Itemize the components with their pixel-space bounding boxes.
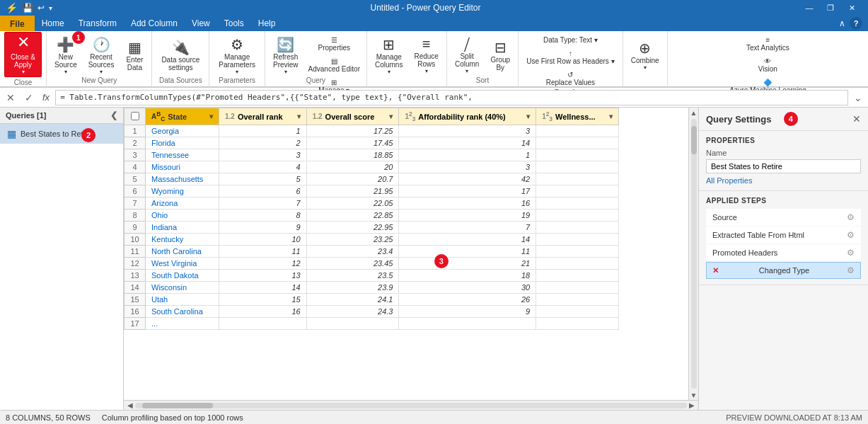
replace-values-button[interactable]: ↺ Replace Values <box>523 69 618 88</box>
recent-dropdown[interactable]: ▾ <box>100 69 103 75</box>
table-row[interactable]: 8Ohio822.8519 <box>125 210 619 222</box>
menu-help[interactable]: Help <box>251 16 283 31</box>
table-row[interactable]: 16South Carolina1624.39 <box>125 306 619 318</box>
table-row[interactable]: 12West Virginia1223.4521 <box>125 258 619 270</box>
refresh-dropdown[interactable]: ▾ <box>284 69 287 75</box>
step-changed-type[interactable]: ✕ Changed Type ⚙ <box>706 262 861 279</box>
group-by-button[interactable]: ⊟ GroupBy <box>485 34 515 76</box>
table-row[interactable]: 17... <box>125 318 619 330</box>
col-header-wellness[interactable]: 123 Wellness... ▾ <box>536 108 619 125</box>
scroll-track[interactable] <box>691 119 697 389</box>
col-filter-wellness[interactable]: ▾ <box>609 113 613 120</box>
table-row[interactable]: 14Wisconsin1423.930 <box>125 282 619 294</box>
data-type-button[interactable]: Data Type: Text ▾ <box>523 34 618 46</box>
table-row[interactable]: 6Wyoming621.9517 <box>125 185 619 197</box>
col-header-affordability[interactable]: 123 Affordability rank (40%) ▾ <box>399 108 536 125</box>
col-header-overall-score[interactable]: 1.2 Overall score ▾ <box>306 108 399 125</box>
close-apply-button[interactable]: ✕ Close & Apply ▾ <box>4 32 42 77</box>
menu-view[interactable]: View <box>185 16 217 31</box>
maximize-button[interactable]: ❐ <box>820 0 841 16</box>
title-bar-controls: — ❐ ✕ <box>799 0 862 16</box>
col-filter-afford[interactable]: ▾ <box>526 113 530 120</box>
ribbon-collapse-icon[interactable]: ∧ <box>839 18 845 28</box>
manage-parameters-button[interactable]: ⚙ ManageParameters ▾ <box>214 34 260 76</box>
text-analytics-button[interactable]: ≡ Text Analytics <box>672 34 864 54</box>
close-dropdown[interactable]: ▾ <box>22 69 25 75</box>
table-row[interactable]: 2Florida217.4514 <box>125 137 619 149</box>
scroll-right-button[interactable]: ▶ <box>687 401 697 411</box>
step-settings-promoted[interactable]: ⚙ <box>847 248 855 258</box>
help-icon[interactable]: ? <box>850 17 862 30</box>
step-extracted-table[interactable]: Extracted Table From Html ⚙ <box>706 227 861 243</box>
col-filter-state[interactable]: ▾ <box>209 113 213 120</box>
table-row[interactable]: 1Georgia117.253 <box>125 125 619 137</box>
scroll-down-button[interactable]: ▼ <box>689 390 699 400</box>
step-settings-changed-type[interactable]: ⚙ <box>847 265 855 275</box>
scroll-track-h[interactable] <box>135 403 687 408</box>
step-promoted-headers[interactable]: Promoted Headers ⚙ <box>706 244 861 261</box>
query-settings-close-button[interactable]: ✕ <box>852 113 861 125</box>
table-row[interactable]: 9Indiana922.957 <box>125 222 619 234</box>
manage-columns-button[interactable]: ⊞ ManageColumns ▾ <box>370 34 407 76</box>
cell-affordability: 7 <box>399 222 536 234</box>
menu-file[interactable]: File <box>0 16 35 31</box>
queries-collapse-button[interactable]: ❮ <box>110 110 117 120</box>
formula-confirm-button[interactable]: ✓ <box>21 90 37 105</box>
new-source-dropdown[interactable]: ▾ <box>64 69 67 75</box>
save-icon[interactable]: 💾 <box>22 3 33 13</box>
undo-icon[interactable]: ↩ <box>37 3 45 13</box>
step-source[interactable]: Source ⚙ <box>706 209 861 226</box>
table-row[interactable]: 4Missouri4203 <box>125 161 619 173</box>
select-all-checkbox[interactable] <box>131 112 139 120</box>
scroll-up-button[interactable]: ▲ <box>689 108 699 118</box>
data-source-settings-button[interactable]: 🔌 Data sourcesettings <box>156 34 204 76</box>
refresh-preview-button[interactable]: 🔄 RefreshPreview ▾ <box>268 34 303 76</box>
ribbon-group-sort: ⧸ SplitColumn ▾ ⊟ GroupBy Sort <box>447 31 519 86</box>
window-close-button[interactable]: ✕ <box>841 0 862 16</box>
scroll-thumb-h[interactable] <box>142 403 213 408</box>
horizontal-scrollbar[interactable]: ◀ ▶ <box>124 400 698 410</box>
advanced-editor-button[interactable]: ▤ Advanced Editor <box>305 55 364 75</box>
reduce-rows-button[interactable]: ≡ ReduceRows ▾ <box>409 34 443 76</box>
properties-button[interactable]: ☰ Properties <box>305 34 364 54</box>
reduce-rows-dropdown[interactable]: ▾ <box>425 68 428 74</box>
enter-data-button[interactable]: ▦ EnterData <box>120 34 149 76</box>
col-header-overall-rank[interactable]: 1.2 Overall rank ▾ <box>219 108 307 125</box>
split-col-dropdown[interactable]: ▾ <box>465 68 468 74</box>
table-row[interactable]: 10Kentucky1023.2514 <box>125 234 619 246</box>
step-settings-source[interactable]: ⚙ <box>847 212 855 222</box>
table-row[interactable]: 3Tennessee318.851 <box>125 149 619 161</box>
menu-transform[interactable]: Transform <box>71 16 124 31</box>
scroll-thumb[interactable] <box>691 126 697 154</box>
table-row[interactable]: 11North Carolina1123.411 <box>125 246 619 258</box>
scroll-left-button[interactable]: ◀ <box>125 401 135 411</box>
col-filter-score[interactable]: ▾ <box>389 113 393 120</box>
table-row[interactable]: 15Utah1524.126 <box>125 294 619 306</box>
col-filter-rank[interactable]: ▾ <box>297 113 301 120</box>
name-input[interactable] <box>706 159 861 173</box>
menu-tools[interactable]: Tools <box>217 16 251 31</box>
menu-add-column[interactable]: Add Column <box>124 16 185 31</box>
vertical-scrollbar[interactable]: ▲ ▼ <box>688 108 698 400</box>
combine-button[interactable]: ⊕ Combine ▾ <box>626 34 664 76</box>
vision-button[interactable]: 👁 Vision <box>672 55 864 75</box>
menu-home[interactable]: Home <box>35 16 71 31</box>
query-item-best-states[interactable]: ▦ Best States to Retire <box>0 124 123 144</box>
all-properties-link[interactable]: All Properties <box>706 176 861 185</box>
recent-sources-button[interactable]: 🕐 RecentSources ▾ <box>83 34 120 76</box>
table-row[interactable]: 5Massachusetts520.742 <box>125 173 619 185</box>
manage-params-dropdown[interactable]: ▾ <box>236 69 238 75</box>
step-settings-extracted[interactable]: ⚙ <box>847 230 855 240</box>
split-column-button[interactable]: ⧸ SplitColumn ▾ <box>450 34 484 76</box>
use-row-headers-button[interactable]: ↑ Use First Row as Headers ▾ <box>523 47 618 67</box>
data-grid[interactable]: ABC State ▾ 1.2 Overall rank ▾ <box>124 108 688 400</box>
formula-input[interactable] <box>55 90 848 105</box>
table-row[interactable]: 13South Dakota1323.518 <box>125 270 619 282</box>
formula-cancel-button[interactable]: ✕ <box>3 90 18 105</box>
minimize-button[interactable]: — <box>799 0 820 16</box>
formula-expand-button[interactable]: ⌄ <box>851 92 865 103</box>
manage-cols-dropdown[interactable]: ▾ <box>388 69 390 75</box>
combine-dropdown[interactable]: ▾ <box>644 64 647 71</box>
col-header-state[interactable]: ABC State ▾ <box>146 108 219 125</box>
table-row[interactable]: 7Arizona722.0516 <box>125 197 619 210</box>
